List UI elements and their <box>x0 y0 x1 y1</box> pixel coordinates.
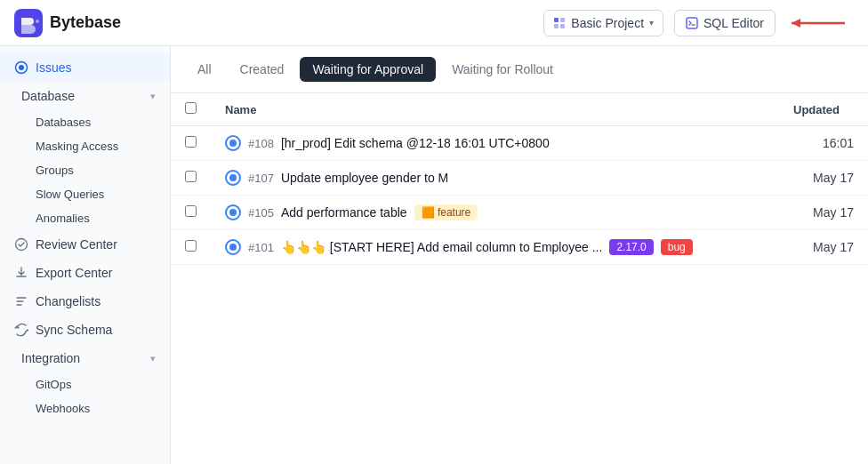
sidebar-item-issues-label: Issues <box>36 60 71 75</box>
issue-row-name: #108[hr_prod] Edit schema @12-18 16:01 U… <box>225 135 765 151</box>
svg-point-12 <box>16 239 28 251</box>
svg-point-10 <box>19 65 24 70</box>
project-select[interactable]: Basic Project ▾ <box>543 10 663 36</box>
tab-waiting-for-rollout[interactable]: Waiting for Rollout <box>439 57 566 82</box>
arrow-annotation: SQL Editor <box>674 10 854 36</box>
row-checkbox-cell <box>171 230 211 265</box>
sidebar-sub-groups[interactable]: Groups <box>0 158 170 182</box>
main-layout: Issues Database ▾ Databases Masking Acce… <box>0 46 868 464</box>
issue-status-icon <box>225 204 241 220</box>
row-updated-cell: May 17 <box>779 230 868 265</box>
sidebar: Issues Database ▾ Databases Masking Acce… <box>0 46 171 464</box>
issues-table: Name Updated #108[hr_prod] Edit schema @… <box>171 93 868 265</box>
issue-id: #105 <box>248 206 274 220</box>
row-updated-cell: 16:01 <box>779 126 868 161</box>
review-center-icon <box>14 237 28 252</box>
sidebar-item-changelists[interactable]: Changelists <box>0 287 170 316</box>
sidebar-item-review-center[interactable]: Review Center <box>0 230 170 259</box>
sidebar-sync-schema-label: Sync Schema <box>36 323 112 337</box>
sidebar-sub-masking-access[interactable]: Masking Access <box>0 134 170 158</box>
sidebar-item-sync-schema[interactable]: Sync Schema <box>0 316 170 344</box>
table-row[interactable]: #107Update employee gender to MMay 17 <box>171 161 868 196</box>
table-row[interactable]: #101👆👆👆 [START HERE] Add email column to… <box>171 230 868 265</box>
row-checkbox[interactable] <box>185 136 197 148</box>
export-center-icon <box>14 266 28 280</box>
row-checkbox[interactable] <box>185 205 197 217</box>
svg-rect-5 <box>560 24 565 28</box>
issue-row-name: #101👆👆👆 [START HERE] Add email column to… <box>225 239 765 255</box>
issue-title[interactable]: Add performance table <box>281 205 407 220</box>
sidebar-review-center-label: Review Center <box>36 237 117 252</box>
row-checkbox[interactable] <box>185 240 197 252</box>
row-name-cell: #108[hr_prod] Edit schema @12-18 16:01 U… <box>211 126 779 161</box>
svg-rect-4 <box>554 24 559 28</box>
sidebar-group-integration[interactable]: Integration ▾ <box>0 344 170 372</box>
chevron-down-icon: ▾ <box>649 18 654 28</box>
table-row[interactable]: #105Add performance table🟧 featureMay 17 <box>171 196 868 230</box>
sql-editor-label: SQL Editor <box>703 16 764 30</box>
sidebar-integration-label: Integration <box>21 351 80 365</box>
tab-bar: All Created Waiting for Approval Waiting… <box>171 46 868 93</box>
svg-point-1 <box>36 20 39 23</box>
issue-title[interactable]: [hr_prod] Edit schema @12-18 16:01 UTC+0… <box>281 136 550 150</box>
sidebar-sub-slow-queries[interactable]: Slow Queries <box>0 182 170 206</box>
changelists-icon <box>14 294 28 308</box>
row-name-cell: #105Add performance table🟧 feature <box>211 196 779 230</box>
issue-badge: 2.17.0 <box>609 239 653 255</box>
issue-id: #101 <box>248 241 274 254</box>
row-checkbox-cell <box>171 196 211 230</box>
table-header-updated: Updated <box>779 93 868 126</box>
sidebar-item-issues[interactable]: Issues <box>0 53 170 82</box>
content-area: All Created Waiting for Approval Waiting… <box>171 46 868 464</box>
svg-rect-2 <box>554 18 559 22</box>
tab-all[interactable]: All <box>185 57 224 82</box>
svg-rect-6 <box>687 18 697 28</box>
top-bar: Bytebase Basic Project ▾ SQL Editor <box>0 0 868 46</box>
sidebar-group-database[interactable]: Database ▾ <box>0 82 170 110</box>
sidebar-database-label: Database <box>21 89 75 103</box>
issue-status-icon <box>225 135 241 151</box>
issue-row-name: #105Add performance table🟧 feature <box>225 204 765 220</box>
sync-schema-icon <box>14 323 28 337</box>
issue-title[interactable]: Update employee gender to M <box>281 171 448 185</box>
svg-marker-8 <box>792 19 800 28</box>
tab-created[interactable]: Created <box>228 57 297 82</box>
project-icon <box>553 17 566 29</box>
issue-row-name: #107Update employee gender to M <box>225 170 765 186</box>
database-expand-icon: ▾ <box>150 91 156 102</box>
svg-rect-3 <box>560 18 565 22</box>
issue-id: #107 <box>248 172 274 185</box>
table-header-checkbox <box>171 93 211 126</box>
sidebar-sub-anomalies[interactable]: Anomalies <box>0 206 170 230</box>
issue-badge: bug <box>661 239 693 255</box>
row-updated-cell: May 17 <box>779 161 868 196</box>
sql-editor-icon <box>686 17 698 29</box>
row-checkbox-cell <box>171 126 211 161</box>
row-checkbox-cell <box>171 161 211 196</box>
sidebar-item-export-center[interactable]: Export Center <box>0 259 170 287</box>
issues-icon <box>14 60 28 75</box>
issue-badge: 🟧 feature <box>414 204 478 220</box>
sidebar-export-center-label: Export Center <box>36 266 112 280</box>
issue-title[interactable]: 👆👆👆 [START HERE] Add email column to Emp… <box>281 240 602 254</box>
row-name-cell: #107Update employee gender to M <box>211 161 779 196</box>
issue-id: #108 <box>248 137 274 150</box>
table-row[interactable]: #108[hr_prod] Edit schema @12-18 16:01 U… <box>171 126 868 161</box>
row-name-cell: #101👆👆👆 [START HERE] Add email column to… <box>211 230 779 265</box>
project-select-label: Basic Project <box>571 16 644 30</box>
row-updated-cell: May 17 <box>779 196 868 230</box>
sidebar-sub-webhooks[interactable]: Webhooks <box>0 396 170 420</box>
tab-waiting-for-approval[interactable]: Waiting for Approval <box>300 57 436 82</box>
sidebar-sub-databases[interactable]: Databases <box>0 110 170 134</box>
select-all-checkbox[interactable] <box>185 102 197 114</box>
row-checkbox[interactable] <box>185 171 197 182</box>
sidebar-changelists-label: Changelists <box>36 294 100 308</box>
sql-editor-button[interactable]: SQL Editor <box>674 10 776 36</box>
integration-expand-icon: ▾ <box>150 353 156 364</box>
table-header-name: Name <box>211 93 779 126</box>
sidebar-sub-gitops[interactable]: GitOps <box>0 372 170 396</box>
logo-text: Bytebase <box>50 13 121 32</box>
bytebase-logo-icon <box>14 9 43 37</box>
issue-status-icon <box>225 170 241 186</box>
annotation-arrow <box>783 12 854 34</box>
